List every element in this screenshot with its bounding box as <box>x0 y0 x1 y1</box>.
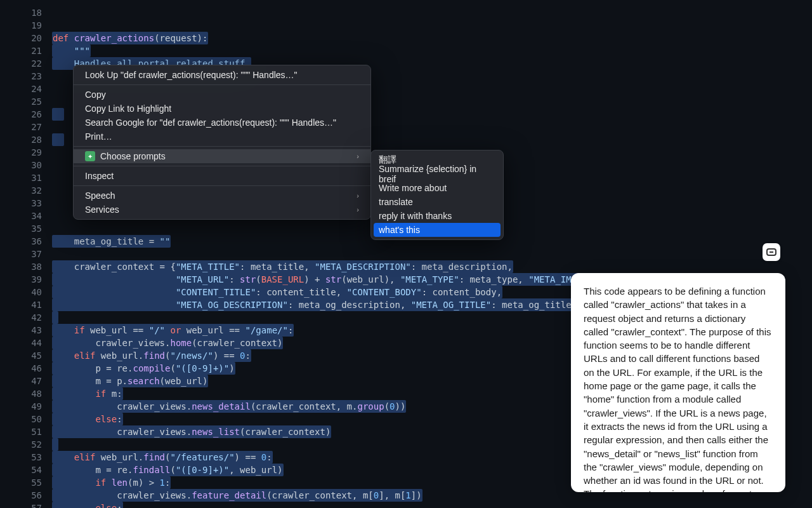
menu-item-label: Copy Link to Highlight <box>85 104 171 114</box>
menu-item-label: Inspect <box>85 171 114 181</box>
submenu-item-label: reply it with thanks <box>379 211 452 221</box>
menu-item-label: Services <box>85 204 119 215</box>
line-number: 42 <box>20 311 42 324</box>
line-number: 47 <box>20 375 42 387</box>
menu-item-label: Choose prompts <box>100 151 166 161</box>
menu-item[interactable]: Copy <box>74 88 370 102</box>
line-number: 56 <box>20 489 42 502</box>
line-number: 27 <box>20 121 42 133</box>
line-number: 55 <box>20 476 42 489</box>
menu-item[interactable]: Copy Link to Highlight <box>74 102 370 116</box>
menu-separator <box>74 84 370 85</box>
line-number: 45 <box>20 349 42 362</box>
line-number: 50 <box>20 413 42 425</box>
menu-item[interactable]: Speech› <box>74 189 370 203</box>
line-number: 34 <box>20 210 42 222</box>
line-number: 26 <box>20 108 42 121</box>
code-line[interactable] <box>52 19 792 32</box>
line-number: 41 <box>20 298 42 311</box>
line-number: 38 <box>20 260 42 273</box>
menu-item[interactable]: Look Up "def crawler_actions(request): "… <box>74 68 370 82</box>
line-number: 20 <box>20 32 42 44</box>
menu-item[interactable]: Services› <box>74 203 370 217</box>
code-line[interactable] <box>52 6 792 19</box>
line-number: 37 <box>20 248 42 260</box>
line-number: 25 <box>20 95 42 108</box>
tooltip-text: This code appears to be defining a funct… <box>584 286 771 492</box>
prompts-submenu[interactable]: 翻譯Summarize {selection} in breifWrite mo… <box>370 150 504 240</box>
line-number-gutter: 1819202122232425262728293031323334353637… <box>20 0 52 508</box>
code-line[interactable]: else: <box>52 502 792 508</box>
line-number: 53 <box>20 451 42 464</box>
line-number: 54 <box>20 464 42 476</box>
submenu-item-label: what's this <box>379 225 420 235</box>
submenu-item[interactable]: reply it with thanks <box>371 209 503 223</box>
line-number: 33 <box>20 197 42 210</box>
submenu-item[interactable]: translate <box>371 195 503 209</box>
context-menu[interactable]: Look Up "def crawler_actions(request): "… <box>73 65 371 220</box>
submenu-item-label: Write more about <box>379 183 447 193</box>
line-number: 46 <box>20 362 42 375</box>
menu-item[interactable]: Print… <box>74 130 370 144</box>
line-number: 22 <box>20 57 42 70</box>
line-number: 32 <box>20 184 42 197</box>
line-number: 57 <box>20 502 42 508</box>
extension-icon: ✦ <box>85 151 95 161</box>
line-number: 44 <box>20 337 42 349</box>
chevron-right-icon: › <box>357 206 359 213</box>
line-number: 48 <box>20 387 42 400</box>
submenu-item-label: Summarize {selection} in breif <box>379 164 495 184</box>
line-number: 18 <box>20 6 42 19</box>
assistant-icon[interactable] <box>763 243 780 261</box>
line-number: 30 <box>20 159 42 171</box>
assistant-tooltip: This code appears to be defining a funct… <box>571 273 785 492</box>
line-number: 43 <box>20 324 42 337</box>
menu-item-label: Search Google for "def crawler_actions(r… <box>85 117 336 128</box>
line-number: 19 <box>20 19 42 32</box>
menu-item[interactable]: Inspect <box>74 169 370 183</box>
chat-icon <box>766 248 776 256</box>
submenu-item[interactable]: Summarize {selection} in breif <box>371 167 503 181</box>
line-number: 39 <box>20 273 42 286</box>
code-line[interactable]: def crawler_actions(request): <box>52 32 792 44</box>
menu-separator <box>74 146 370 147</box>
menu-item[interactable]: ✦Choose prompts› <box>74 149 370 163</box>
line-number: 21 <box>20 44 42 57</box>
submenu-item[interactable]: what's this <box>374 223 501 237</box>
menu-item[interactable]: Search Google for "def crawler_actions(r… <box>74 116 370 130</box>
line-number: 49 <box>20 400 42 413</box>
line-number: 35 <box>20 222 42 235</box>
menu-separator <box>74 185 370 186</box>
line-number: 28 <box>20 133 42 146</box>
chevron-right-icon: › <box>357 192 359 199</box>
submenu-item-label: translate <box>379 197 413 207</box>
menu-item-label: Speech <box>85 190 115 201</box>
menu-separator <box>74 166 370 166</box>
menu-item-label: Look Up "def crawler_actions(request): "… <box>85 70 298 80</box>
line-number: 23 <box>20 70 42 83</box>
menu-item-label: Copy <box>85 90 106 100</box>
code-line[interactable] <box>52 248 792 260</box>
line-number: 29 <box>20 146 42 159</box>
line-number: 52 <box>20 438 42 451</box>
line-number: 51 <box>20 425 42 438</box>
code-line[interactable]: crawler_context = {"META_TITLE": meta_ti… <box>52 260 792 273</box>
code-line[interactable]: """ <box>52 44 792 57</box>
line-number: 24 <box>20 83 42 95</box>
line-number: 40 <box>20 286 42 298</box>
line-number: 31 <box>20 171 42 184</box>
line-number: 36 <box>20 235 42 248</box>
menu-item-label: Print… <box>85 131 112 142</box>
chevron-right-icon: › <box>357 152 359 160</box>
